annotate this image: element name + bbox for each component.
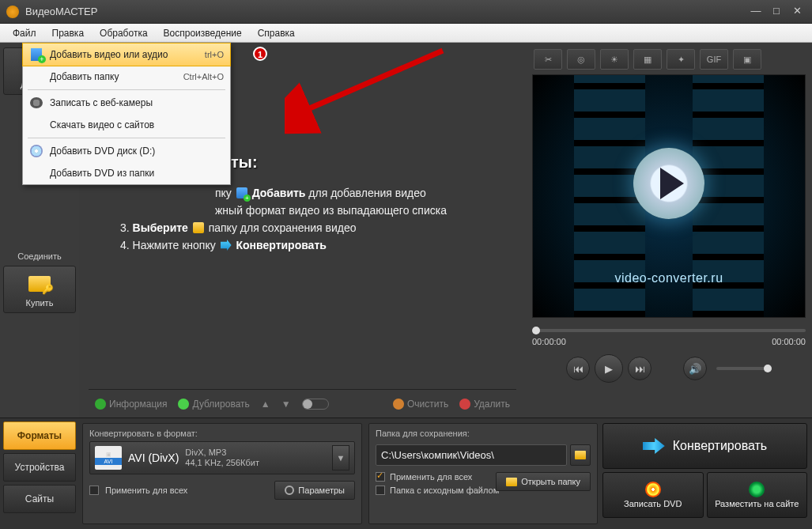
dvd-icon — [30, 145, 43, 157]
next-button[interactable]: ⏭ — [628, 357, 651, 380]
dd-dvd-disc[interactable]: Добавить DVD диск (D:) — [23, 140, 230, 162]
tb-crop[interactable]: ✂ — [534, 49, 562, 70]
list-toggle[interactable] — [302, 399, 329, 410]
burn-dvd-icon — [645, 482, 661, 497]
play-button[interactable]: ▶ — [595, 354, 623, 383]
folder-icon — [575, 451, 586, 459]
tb-bright[interactable]: ☀ — [600, 49, 629, 70]
save-head: Папка для сохранения: — [376, 429, 591, 438]
open-folder-button[interactable]: Открыть папку — [496, 472, 591, 491]
mini-convert-icon — [221, 240, 232, 251]
apply-all-label: Применить для всех — [105, 486, 187, 495]
menubar: Файл Правка Обработка Воспроизведение Сп… — [0, 24, 812, 43]
menu-help[interactable]: Справка — [250, 28, 303, 39]
duplicate-icon — [178, 399, 189, 410]
play-big-icon — [633, 148, 704, 219]
timeline-thumb-icon[interactable] — [532, 327, 540, 334]
format-tabs: Форматы Устройства Сайты — [0, 418, 79, 529]
duplicate-button[interactable]: Дублировать — [178, 399, 249, 410]
params-button[interactable]: Параметры — [274, 481, 355, 500]
preview-brand: video-converter.ru — [614, 271, 723, 285]
info-icon — [95, 399, 106, 410]
time-current: 00:00:00 — [532, 337, 566, 346]
titlebar: ВидеоМАСТЕР — □ ✕ — [0, 0, 812, 24]
burn-dvd-button[interactable]: Записать DVD — [602, 472, 704, 518]
gear-icon — [285, 486, 294, 495]
menu-process[interactable]: Обработка — [92, 28, 156, 39]
publish-button[interactable]: Разместить на сайте — [707, 472, 808, 518]
center-panel: Добавить видео или аудио trl+O Добавить … — [79, 43, 526, 418]
browse-button[interactable] — [570, 444, 591, 466]
tb-mirror[interactable]: ▦ — [633, 49, 662, 70]
tb-speed[interactable]: ✦ — [667, 49, 695, 70]
tb-gif[interactable]: GIF — [700, 49, 728, 70]
steps-title: ты: — [231, 153, 516, 172]
menu-edit[interactable]: Правка — [44, 28, 93, 39]
player-controls: ⏮ ▶ ⏭ 🔊 — [532, 354, 806, 383]
film-icon — [31, 48, 42, 61]
volume-button[interactable]: 🔊 — [683, 357, 707, 380]
tb-snap[interactable]: ▣ — [733, 49, 761, 70]
tb-fx[interactable]: ◎ — [567, 49, 595, 70]
list-toolbar: Информация Дублировать ▲ ▼ Очистить Удал… — [89, 389, 516, 418]
tab-devices[interactable]: Устройства — [3, 453, 76, 482]
buy-icon — [28, 276, 51, 292]
avi-icon: ▣AVI — [95, 446, 122, 470]
app-logo-icon — [6, 6, 19, 18]
webcam-icon — [30, 97, 43, 108]
steps-list: пку Добавить для добавления видео жный ф… — [120, 184, 516, 254]
minimize-button[interactable]: — — [747, 6, 765, 18]
preview-toolbar: ✂ ◎ ☀ ▦ ✦ GIF ▣ — [532, 47, 806, 71]
folder-icon-2 — [506, 478, 517, 486]
preview-panel: ✂ ◎ ☀ ▦ ✦ GIF ▣ video-converter.ru 00:00… — [526, 43, 812, 418]
save-path-input[interactable] — [376, 444, 567, 466]
menu-file[interactable]: Файл — [5, 28, 44, 39]
buy-label: Купить — [6, 298, 74, 308]
mini-folder-icon — [193, 222, 204, 233]
format-box: Конвертировать в формат: ▣AVI AVI (DivX)… — [82, 423, 362, 524]
add-dropdown: Добавить видео или аудио trl+O Добавить … — [22, 43, 231, 185]
info-button[interactable]: Информация — [95, 399, 167, 410]
close-button[interactable]: ✕ — [788, 6, 806, 18]
maximize-button[interactable]: □ — [768, 6, 785, 18]
video-preview[interactable]: video-converter.ru — [532, 74, 806, 318]
dd-add-video-audio[interactable]: Добавить видео или аудио trl+O — [22, 43, 231, 66]
apply-all-check[interactable] — [89, 486, 99, 495]
globe-icon — [749, 482, 765, 497]
clear-button[interactable]: Очистить — [393, 399, 448, 410]
buy-button[interactable]: Купить — [3, 266, 76, 313]
move-up-button[interactable]: ▲ — [261, 399, 270, 410]
red-arrow-icon — [285, 43, 451, 138]
tab-formats[interactable]: Форматы — [3, 421, 76, 450]
format-head: Конвертировать в формат: — [89, 429, 355, 438]
callout-badge: 1 — [253, 47, 267, 61]
dd-add-folder[interactable]: Добавить папку Ctrl+Alt+O — [23, 66, 230, 88]
dd-dvd-folder[interactable]: Добавить DVD из папки — [23, 162, 230, 184]
dd-webcam[interactable]: Записать с веб-камеры — [23, 92, 230, 114]
action-buttons: Конвертировать Записать DVD Разместить н… — [601, 418, 812, 529]
timeline[interactable] — [532, 326, 806, 335]
format-dropdown-button[interactable]: ▼ — [332, 445, 349, 470]
time-total: 00:00:00 — [772, 337, 806, 346]
prev-button[interactable]: ⏮ — [566, 357, 590, 380]
apply-all-check-2[interactable] — [376, 472, 385, 482]
dd-download[interactable]: Скачать видео с сайтов — [23, 114, 230, 136]
src-folder-check[interactable] — [376, 486, 385, 495]
volume-slider[interactable] — [716, 367, 772, 370]
svg-line-0 — [300, 51, 443, 112]
menu-playback[interactable]: Воспроизведение — [156, 28, 250, 39]
bottom-panel: Форматы Устройства Сайты Конвертировать … — [0, 418, 812, 529]
delete-button[interactable]: Удалить — [459, 399, 510, 410]
save-box: Папка для сохранения: Применить для всех… — [368, 423, 598, 524]
move-down-button[interactable]: ▼ — [281, 399, 291, 410]
format-selector[interactable]: ▣AVI AVI (DivX) DivX, MP3 44,1 KHz, 256К… — [89, 441, 355, 474]
mini-add-icon — [236, 187, 247, 198]
join-label: Соединить — [3, 251, 76, 261]
convert-icon — [643, 438, 665, 454]
app-title: ВидеоМАСТЕР — [25, 6, 97, 17]
delete-icon — [459, 399, 470, 410]
tab-sites[interactable]: Сайты — [3, 485, 76, 513]
clear-icon — [393, 399, 404, 410]
convert-button[interactable]: Конвертировать — [602, 423, 807, 469]
format-name: AVI (DivX) — [128, 452, 179, 464]
